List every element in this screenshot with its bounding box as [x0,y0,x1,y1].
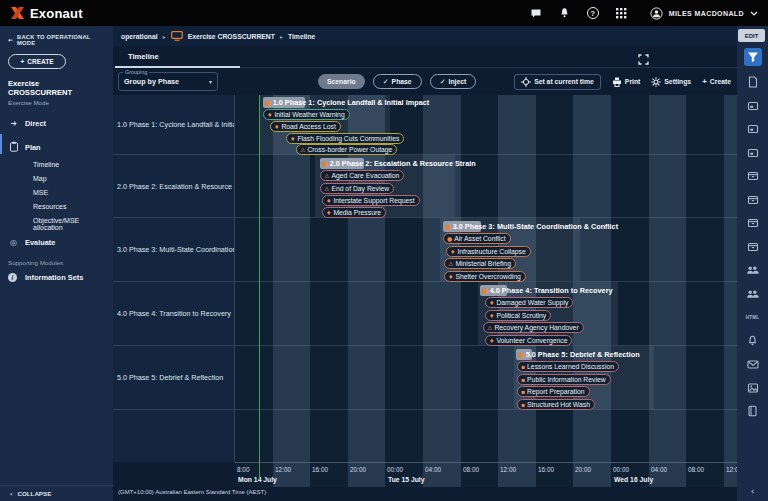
inject-pill[interactable]: ♦ Infrastructure Collapse [446,246,531,257]
fullscreen-icon[interactable] [638,51,649,69]
inject-pill[interactable]: ▪ Lessons Learned Discussion [517,361,619,372]
inject-pill[interactable]: ⚠ Cross-border Power Outage [296,144,397,155]
create-button[interactable]: + CREATE [8,54,66,69]
phase-bar[interactable]: ■ 3.0 Phase 3: Multi-State Coordination … [443,221,618,232]
html-icon[interactable]: HTML [744,310,762,325]
sidebar-item-direct[interactable]: ➜ Direct [0,112,113,128]
sidebar-item-resources[interactable]: Resources [0,196,113,210]
sidebar-item-mse[interactable]: MSE [0,182,113,196]
print-button[interactable]: Print [612,77,640,87]
sidebar-item-information-sets[interactable]: i Information Sets [0,266,113,282]
phase-label-column: 1.0 Phase 1: Cyclone Landfall & Initia..… [113,95,235,462]
date-axis: Mon 14 July Tue 15 July Wed 16 July [235,475,737,487]
inject-pill[interactable]: ♦ Volunteer Convergence [485,335,572,346]
filter-icon[interactable] [744,48,762,66]
phase-icon: ■ [320,160,328,167]
inject-pill[interactable]: ▪ Structured Hot Wash [517,399,595,410]
card-icon[interactable] [744,145,762,160]
people-icon[interactable] [744,263,762,278]
inject-pill[interactable]: ⚠ Recovery Agency Handover [483,322,584,333]
image-icon[interactable] [744,380,762,395]
inject-pill[interactable]: ♦ Political Scrutiny [485,310,551,321]
breadcrumb-operational[interactable]: operational [121,33,158,40]
breadcrumb-timeline[interactable]: Timeline [288,33,315,40]
back-to-operational-mode[interactable]: ← BACK TO OPERATIONAL MODE [0,26,113,46]
right-icon-rail: HTML ‹ [737,26,768,501]
book-icon[interactable] [744,404,762,419]
archive-icon[interactable] [744,216,762,231]
settings-button[interactable]: Settings [651,77,691,87]
phase-bar[interactable]: ■ 5.0 Phase 5: Debrief & Reflection [516,349,640,360]
tab-timeline[interactable]: Timeline [113,46,248,68]
sidebar-item-evaluate[interactable]: ◎ Evaluate [0,231,113,247]
timeline-plot[interactable]: ■ 1.0 Phase 1: Cyclone Landfall & Initia… [235,95,737,487]
check-icon [383,78,389,86]
settings-label: Settings [664,78,691,85]
inject-label: Volunteer Convergence [496,337,567,344]
bell-icon[interactable] [744,333,762,348]
document-icon[interactable] [744,75,762,90]
people-icon[interactable] [744,286,762,301]
evaluate-label: Evaluate [25,238,55,247]
breadcrumb: operational ▸ Exercise CROSSCURRENT ▸ Ti… [113,26,737,46]
apps-grid-icon[interactable] [616,8,627,19]
inject-label: Report Preparation [527,388,584,395]
collapse-sidebar-button[interactable]: ‹ COLLAPSE [0,485,113,501]
inject-pill[interactable]: ⚠ Aged Care Evacuation [320,170,404,181]
archive-icon[interactable] [744,239,762,254]
collapse-rail-icon[interactable]: ‹ [737,486,768,496]
phase-bar[interactable]: ■ 4.0 Phase 4: Transition to Recovery [480,285,613,296]
inject-pill[interactable]: ♦ Road Access Lost [270,121,341,132]
inject-filter-label: Inject [449,78,467,85]
phase-row-label: 5.0 Phase 5: Debrief & Reflection [113,346,234,410]
tab-bar: Timeline [113,46,737,68]
inject-pill[interactable]: ♦ Damaged Water Supply [485,297,573,308]
dropdown-caret-icon: ▾ [209,78,212,85]
user-menu[interactable]: MILES MACDONALD [650,7,758,20]
edit-button[interactable]: EDIT [738,29,765,42]
inject-pill[interactable]: ● Air Asset Conflict [443,233,511,244]
axis-tick: 04:00 [651,466,667,473]
inject-pill[interactable]: ♦ Interstate Support Request [322,195,420,206]
warning-icon: ⚠ [448,261,453,267]
phase-row-label: 3.0 Phase 3: Multi-State Coordination... [113,218,234,282]
top-app-bar: Exonaut ? MILES MACDONALD [0,0,768,26]
archive-icon[interactable] [744,192,762,207]
archive-icon[interactable] [744,169,762,184]
notifications-bell-icon[interactable] [559,7,570,19]
sidebar-item-plan[interactable]: Plan [0,134,113,154]
sidebar-item-timeline[interactable]: Timeline [0,154,113,168]
phase-bar[interactable]: ■ 2.0 Phase 2: Escalation & Resource Str… [320,158,476,169]
set-at-current-time-button[interactable]: Set at current time [514,74,601,90]
inject-pill[interactable]: ♦ Media Pressure [322,207,386,218]
inject-pill[interactable]: ▪ Report Preparation [517,386,590,397]
inject-pill[interactable]: ⚠ Ministerial Briefing [444,258,516,269]
square-icon: ▪ [521,389,525,395]
inject-pill[interactable]: ♦ Initial Weather Warning [263,109,350,120]
card-icon[interactable] [744,122,762,137]
timeline-row-phase5: ■ 5.0 Phase 5: Debrief & Reflection ▪ Le… [235,346,737,410]
plus-icon: + [702,77,707,86]
grouping-select[interactable]: Grouping Group by Phase ▾ [118,72,218,91]
mail-icon[interactable] [744,357,762,372]
help-icon[interactable]: ? [587,7,599,19]
scenario-filter-button[interactable]: Scenario [318,74,365,89]
sidebar-item-map[interactable]: Map [0,168,113,182]
create-inject-button[interactable]: + Create [702,77,731,86]
inject-filter-button[interactable]: Inject [430,74,477,89]
phase-bar[interactable]: ■ 1.0 Phase 1: Cyclone Landfall & Initia… [263,97,429,108]
card-icon[interactable] [744,98,762,113]
inject-pill[interactable]: ♦ Shelter Overcrowding [444,271,526,282]
exonaut-x-icon [10,6,25,20]
breadcrumb-exercise[interactable]: Exercise CROSSCURRENT [188,33,275,40]
inject-pill[interactable]: ⚠ End of Day Review [320,183,394,194]
chat-icon[interactable] [530,8,542,19]
inject-pill[interactable]: ♦ Flash Flooding Cuts Communities [286,133,404,144]
phase-title: 4.0 Phase 4: Transition to Recovery [488,286,613,295]
inject-pill[interactable]: ▪ Public Information Review [517,374,611,385]
phase-title: 5.0 Phase 5: Debrief & Reflection [524,350,640,359]
phase-title: 2.0 Phase 2: Escalation & Resource Strai… [328,159,476,168]
tab-timeline-label: Timeline [128,52,159,61]
sidebar-item-objective-mse-allocation[interactable]: Objective/MSE allocation [0,210,113,231]
phase-filter-button[interactable]: Phase [373,74,422,89]
